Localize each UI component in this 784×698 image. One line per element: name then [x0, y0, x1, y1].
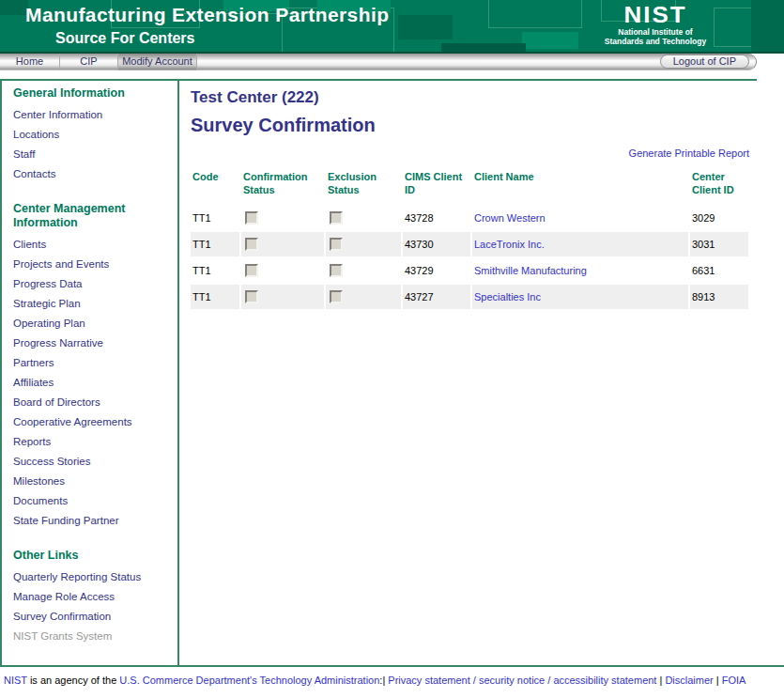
header-pattern-block [751, 0, 784, 54]
sidebar-item-affiliates[interactable]: Affiliates [13, 377, 177, 388]
exclusion-status-cell [326, 206, 401, 230]
tab-home[interactable]: Home [0, 54, 60, 70]
sidebar-item-manage-role-access[interactable]: Manage Role Access [13, 591, 177, 602]
footer-text: is an agency of the [27, 675, 119, 686]
client-name-cell: LaceTronix Inc. [472, 232, 688, 256]
confirmation-checkbox[interactable] [245, 264, 258, 277]
sidebar-item-operating-plan[interactable]: Operating Plan [13, 318, 177, 329]
sidebar-item-progress-narrative[interactable]: Progress Narrative [13, 337, 177, 349]
client-name-cell: Smithville Manufacturing [472, 258, 688, 283]
table-row: TT143728Crown Western3029 [191, 206, 748, 230]
center-client-id-cell: 8913 [690, 285, 748, 309]
client-name-cell: Crown Western [472, 206, 688, 230]
footer-link-foia[interactable]: FOIA [722, 675, 746, 686]
code-cell: TT1 [191, 232, 239, 256]
confirmation-status-cell [241, 232, 324, 256]
cims-client-id-cell: 43727 [403, 285, 470, 309]
client-name-link[interactable]: Specialties Inc [474, 291, 541, 302]
sidebar-item-strategic-plan[interactable]: Strategic Plan [13, 298, 177, 309]
confirmation-status-cell [241, 258, 324, 283]
code-cell: TT1 [191, 258, 239, 283]
sidebar-item-partners[interactable]: Partners [13, 357, 177, 368]
content-area: General InformationCenter InformationLoc… [0, 81, 784, 665]
code-cell: TT1 [191, 206, 239, 230]
column-header-center-client-id: Center Client ID [690, 170, 748, 204]
sidebar-item-reports[interactable]: Reports [13, 436, 177, 447]
footer-link-privacy-statement-security-notice-accessibility-statement[interactable]: Privacy statement / security notice / ac… [388, 675, 656, 686]
sidebar-item-milestones[interactable]: Milestones [13, 475, 177, 487]
nist-wordmark: NIST [575, 4, 736, 26]
sidebar-item-documents[interactable]: Documents [13, 495, 177, 506]
page: Manufacturing Extension Partnership Sour… [0, 0, 784, 686]
tab-cip[interactable]: CIP [60, 54, 118, 70]
page-title: Survey Confirmation [191, 115, 784, 136]
table-row: TT143727Specialties Inc8913 [191, 285, 748, 309]
sidebar-item-survey-confirmation[interactable]: Survey Confirmation [13, 611, 177, 622]
sidebar-item-clients[interactable]: Clients [13, 239, 177, 250]
code-cell: TT1 [191, 285, 239, 309]
sidebar-item-contacts[interactable]: Contacts [13, 168, 177, 179]
cims-client-id-cell: 43729 [403, 258, 470, 283]
confirmation-checkbox[interactable] [245, 238, 258, 251]
table-row: TT143729Smithville Manufacturing6631 [191, 258, 748, 283]
confirmation-checkbox[interactable] [245, 290, 258, 303]
center-title: Test Center (222) [191, 88, 784, 107]
sidebar-item-board-of-directors[interactable]: Board of Directors [13, 396, 177, 408]
sidebar-item-progress-data[interactable]: Progress Data [13, 278, 177, 289]
sidebar-item-projects-and-events[interactable]: Projects and Events [13, 258, 177, 270]
column-header-client-name: Client Name [472, 170, 688, 204]
column-header-confirmation-status: Confirmation Status [241, 170, 324, 204]
confirmation-status-cell [241, 206, 324, 230]
header-pattern-block [522, 32, 578, 49]
main-content: Test Center (222) Survey Confirmation Ge… [179, 81, 784, 665]
exclusion-status-cell [326, 285, 401, 309]
sidebar-item-locations[interactable]: Locations [13, 129, 177, 140]
table-body: TT143728Crown Western3029TT143730LaceTro… [191, 206, 748, 309]
sidebar-item-center-information[interactable]: Center Information [13, 109, 177, 120]
confirmation-checkbox[interactable] [245, 211, 258, 225]
footer-link-nist[interactable]: NIST [4, 675, 27, 686]
nist-org-line2: Standards and Technology [575, 37, 736, 46]
sidebar: General InformationCenter InformationLoc… [0, 81, 179, 665]
nist-org-line1: National Institute of [575, 27, 736, 37]
column-header-exclusion-status: Exclusion Status [326, 170, 401, 204]
client-name-cell: Specialties Inc [472, 285, 688, 309]
header-pattern-block [488, 0, 582, 28]
tab-modify-account[interactable]: Modify Account [118, 54, 197, 70]
sidebar-heading-center-management-information: Center Management Information [13, 202, 156, 230]
sidebar-item-nist-grants-system: NIST Grants System [13, 630, 177, 642]
exclusion-checkbox[interactable] [330, 264, 343, 277]
sidebar-item-staff[interactable]: Staff [13, 148, 177, 160]
sidebar-item-quarterly-reporting-status[interactable]: Quarterly Reporting Status [13, 571, 177, 582]
sidebar-heading-general-information: General Information [13, 86, 156, 101]
client-name-link[interactable]: Crown Western [474, 212, 546, 224]
header-pattern-block [398, 15, 453, 39]
generate-printable-report-link[interactable]: Generate Printable Report [629, 147, 749, 159]
footer-link-u-s-commerce-department-s-technology-administration[interactable]: U.S. Commerce Department's Technology Ad… [119, 675, 379, 686]
masthead: Manufacturing Extension Partnership Sour… [0, 0, 784, 54]
header-pattern-block [0, 0, 28, 15]
exclusion-checkbox[interactable] [330, 211, 343, 225]
cims-client-id-cell: 43730 [403, 232, 470, 256]
center-client-id-cell: 6631 [690, 258, 748, 283]
center-client-id-cell: 3031 [690, 232, 748, 256]
cims-client-id-cell: 43728 [403, 206, 470, 230]
table-row: TT143730LaceTronix Inc.3031 [191, 232, 748, 256]
exclusion-checkbox[interactable] [330, 238, 343, 251]
logout-button[interactable]: Logout of CIP [660, 54, 749, 69]
footer: NIST is an agency of the U.S. Commerce D… [0, 667, 784, 686]
client-name-link[interactable]: Smithville Manufacturing [474, 265, 587, 276]
footer-text: :| [379, 675, 388, 686]
exclusion-checkbox[interactable] [330, 290, 343, 303]
footer-link-disclaimer[interactable]: Disclaimer [665, 675, 713, 686]
exclusion-status-cell [326, 258, 401, 283]
column-header-code: Code [191, 170, 239, 204]
confirmation-status-cell [241, 285, 324, 309]
exclusion-status-cell [326, 232, 401, 256]
app-subtitle: Source For Centers [55, 30, 194, 47]
navbar: Home CIP Modify Account Logout of CIP [0, 54, 757, 70]
sidebar-item-state-funding-partner[interactable]: State Funding Partner [13, 515, 177, 526]
sidebar-item-success-stories[interactable]: Success Stories [13, 456, 177, 467]
client-name-link[interactable]: LaceTronix Inc. [474, 239, 545, 250]
sidebar-item-cooperative-agreements[interactable]: Cooperative Agreements [13, 416, 177, 427]
